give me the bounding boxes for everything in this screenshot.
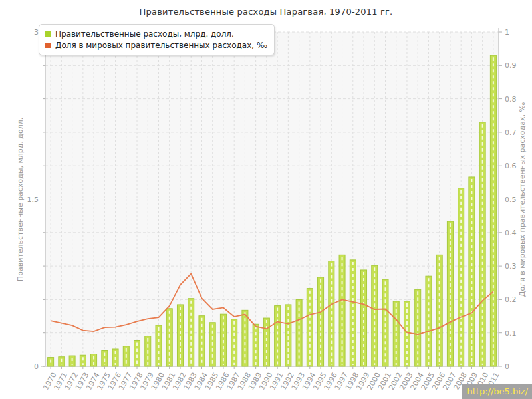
bar-1990[interactable] — [263, 318, 269, 366]
bar-1986[interactable] — [220, 314, 226, 366]
chart-page: Правительственные расходы Парагвая, 1970… — [0, 0, 532, 399]
bar-1999[interactable] — [361, 270, 367, 366]
bar-1980[interactable] — [156, 325, 162, 366]
bar-1996[interactable] — [329, 261, 334, 366]
bar-1973[interactable] — [80, 355, 86, 366]
bar-1972[interactable] — [69, 356, 75, 366]
bar-2009[interactable] — [469, 177, 475, 366]
right-tick-label: 0.5 — [505, 196, 517, 204]
bar-1975[interactable] — [102, 351, 108, 366]
right-tick-label: 0.8 — [505, 95, 517, 104]
bar-1989[interactable] — [253, 324, 259, 366]
bar-2001[interactable] — [382, 279, 388, 366]
bar-1993[interactable] — [296, 299, 302, 366]
bar-2004[interactable] — [415, 289, 421, 366]
right-tick-label: 0.9 — [505, 61, 517, 70]
legend-item-world-share-label: Доля в мировых правительственных расхода… — [55, 41, 267, 50]
bar-1983[interactable] — [188, 299, 194, 366]
bar-2000[interactable] — [372, 265, 378, 366]
legend-item-expenditures[interactable]: Правительственные расходы, млрд. долл. — [45, 28, 267, 39]
bar-1995[interactable] — [318, 277, 324, 366]
bar-1998[interactable] — [350, 260, 356, 366]
bar-1988[interactable] — [242, 310, 248, 366]
bar-1971[interactable] — [59, 357, 65, 366]
right-tick-label: 0.3 — [505, 262, 517, 271]
bar-1977[interactable] — [123, 346, 129, 366]
bar-2010[interactable] — [479, 122, 485, 366]
right-tick-label: 0 — [505, 362, 509, 371]
bar-2011[interactable] — [490, 55, 496, 366]
right-tick-label: 0.6 — [505, 162, 517, 170]
left-tick-label: 3 — [34, 28, 39, 37]
bar-1982[interactable] — [177, 305, 183, 366]
legend-item-world-share[interactable]: Доля в мировых правительственных расхода… — [45, 39, 267, 51]
bar-2003[interactable] — [404, 301, 410, 366]
bar-1991[interactable] — [275, 306, 281, 366]
bar-1970[interactable] — [48, 358, 54, 366]
bar-1981[interactable] — [166, 309, 172, 366]
bar-1979[interactable] — [145, 336, 151, 366]
bar-2005[interactable] — [426, 276, 432, 366]
footer-link[interactable]: http://be5.biz/ — [462, 384, 532, 399]
line-series-marker-icon — [45, 43, 51, 48]
right-tick-label: 1 — [505, 28, 509, 37]
bar-1997[interactable] — [339, 255, 345, 366]
bar-1994[interactable] — [307, 289, 313, 366]
bar-series-marker-icon — [45, 31, 51, 37]
bar-1985[interactable] — [209, 323, 215, 366]
legend: Правительственные расходы, млрд. долл. Д… — [39, 24, 275, 55]
bar-2007[interactable] — [447, 221, 453, 366]
bar-1974[interactable] — [91, 354, 97, 366]
legend-item-expenditures-label: Правительственные расходы, млрд. долл. — [55, 29, 234, 39]
bar-2002[interactable] — [393, 301, 399, 366]
left-tick-label: 0 — [34, 362, 39, 371]
left-axis-title: Правительственные расходы, млрд. долл. — [16, 118, 25, 281]
bar-2008[interactable] — [458, 188, 464, 366]
right-tick-label: 0.7 — [505, 128, 517, 137]
chart-svg: 01.5300.10.20.30.40.50.60.70.80.91197019… — [0, 0, 532, 399]
bar-1984[interactable] — [199, 316, 205, 366]
bar-1978[interactable] — [134, 340, 140, 366]
bar-1987[interactable] — [231, 319, 237, 366]
bar-1992[interactable] — [285, 305, 291, 366]
bar-1976[interactable] — [112, 349, 118, 366]
left-tick-label: 1.5 — [27, 196, 39, 204]
right-axis-title: Доля в мировых правительственных расхода… — [518, 102, 527, 297]
bar-2006[interactable] — [436, 255, 442, 366]
right-tick-label: 0.1 — [505, 329, 517, 338]
right-tick-label: 0.4 — [505, 229, 517, 237]
right-tick-label: 0.2 — [505, 295, 517, 304]
